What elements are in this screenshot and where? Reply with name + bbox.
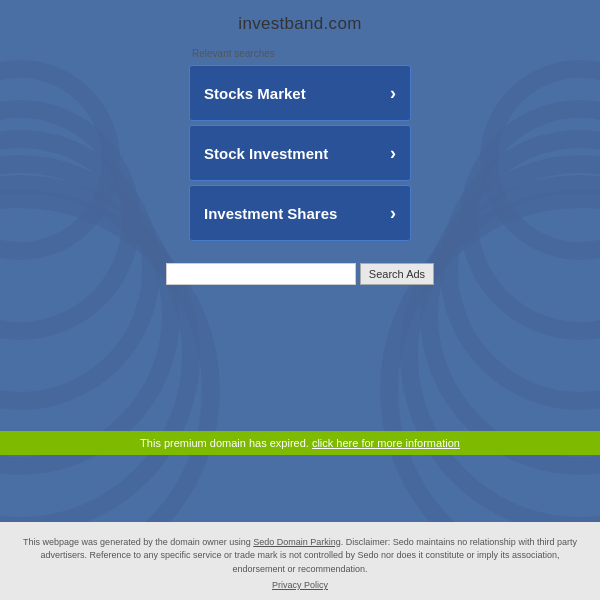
search-item-stocks-market[interactable]: Stocks Market › xyxy=(189,65,411,121)
page-wrapper: investband.com Relevant searches Stocks … xyxy=(0,0,600,600)
privacy-policy-link[interactable]: Privacy Policy xyxy=(20,580,580,590)
footer-disclaimer: This webpage was generated by the domain… xyxy=(20,536,580,577)
search-ads-button[interactable]: Search Ads xyxy=(360,263,434,285)
arrow-right-icon: › xyxy=(390,143,396,164)
search-item-investment-shares[interactable]: Investment Shares › xyxy=(189,185,411,241)
arrow-right-icon: › xyxy=(390,83,396,104)
site-title[interactable]: investband.com xyxy=(238,14,361,34)
relevant-searches-label: Relevant searches xyxy=(192,48,275,59)
search-item-label: Investment Shares xyxy=(204,205,337,222)
search-item-stock-investment[interactable]: Stock Investment › xyxy=(189,125,411,181)
arrow-right-icon: › xyxy=(390,203,396,224)
search-bar-row: Search Ads xyxy=(166,263,434,285)
more-info-link[interactable]: click here for more information xyxy=(312,437,460,449)
search-item-label: Stock Investment xyxy=(204,145,328,162)
search-item-label: Stocks Market xyxy=(204,85,306,102)
sedo-link[interactable]: Sedo Domain Parking xyxy=(253,537,341,547)
footer-section: This webpage was generated by the domain… xyxy=(0,522,600,601)
search-input[interactable] xyxy=(166,263,356,285)
expired-banner: This premium domain has expired. click h… xyxy=(0,431,600,455)
search-items-list: Stocks Market › Stock Investment › Inves… xyxy=(189,65,411,245)
expired-text: This premium domain has expired. xyxy=(140,437,309,449)
